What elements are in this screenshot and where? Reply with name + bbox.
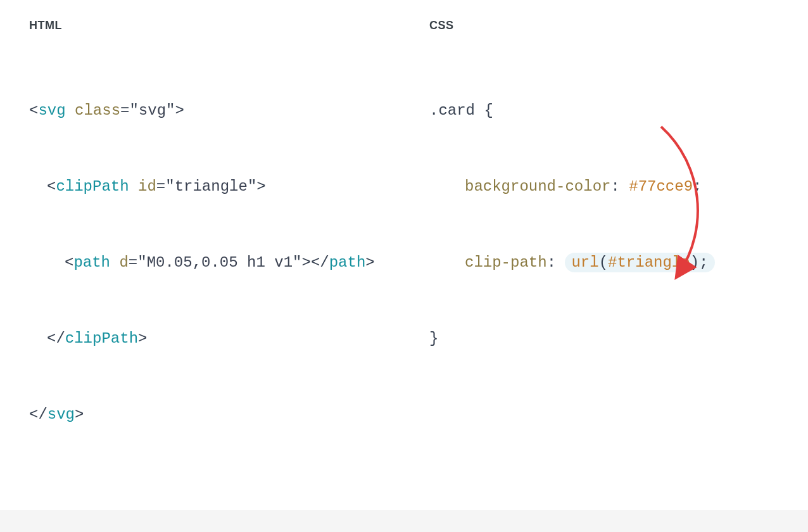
html-column: HTML <svg class="svg"> <clipPath id="tri… xyxy=(29,19,379,478)
code-line: .card { xyxy=(429,98,779,124)
code-line: <path d="M0.05,0.05 h1 v1"></path> xyxy=(29,250,379,276)
code-line: background-color: #77cce9; xyxy=(429,174,779,200)
clip-path-highlight: url(#triangle); xyxy=(565,253,714,272)
code-line: } xyxy=(429,326,779,352)
css-column: CSS .card { background-color: #77cce9; c… xyxy=(429,19,779,478)
html-code-block: <svg class="svg"> <clipPath id="triangle… xyxy=(29,48,379,478)
code-line: <clipPath id="triangle"> xyxy=(29,174,379,200)
result-panel xyxy=(0,510,808,532)
code-panels: HTML <svg class="svg"> <clipPath id="tri… xyxy=(0,0,808,510)
css-heading: CSS xyxy=(429,19,779,32)
code-line: </svg> xyxy=(29,402,379,428)
code-line: </clipPath> xyxy=(29,326,379,352)
code-line: clip-path: url(#triangle); xyxy=(429,250,779,276)
code-line: <svg class="svg"> xyxy=(29,98,379,124)
html-heading: HTML xyxy=(29,19,379,32)
css-code-block: .card { background-color: #77cce9; clip-… xyxy=(429,48,779,402)
